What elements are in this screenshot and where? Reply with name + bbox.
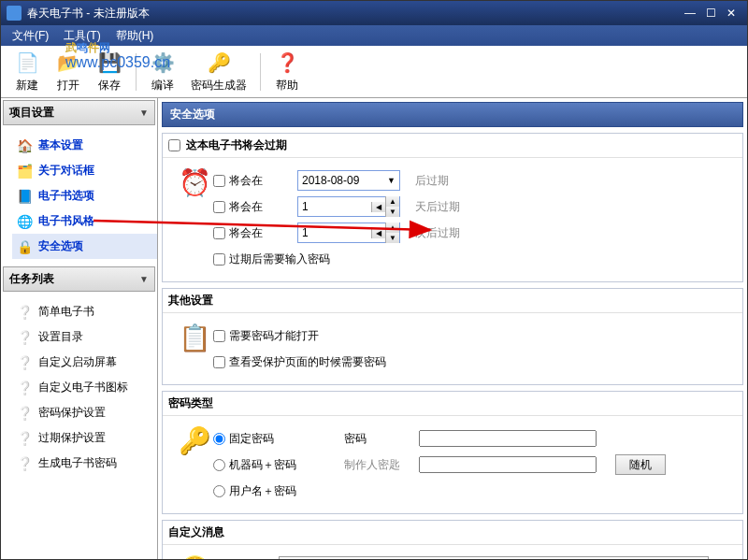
toolbar: 📄 新建 📂 打开 💾 保存 ⚙️ 编译 🔑 密码生成器 ❓ 帮助 (1, 46, 747, 98)
compile-button[interactable]: ⚙️ 编译 (142, 46, 183, 97)
sidebar-item-basic[interactable]: 🏠基本设置 (12, 133, 157, 158)
expire-days-checkbox[interactable] (213, 201, 225, 213)
help-circle-icon: ❔ (16, 305, 33, 320)
new-icon: 📄 (14, 50, 40, 76)
content-panel: 安全选项 这本电子书将会过期 ⏰ 将会在 2018-08-09 ▼ (158, 98, 747, 559)
task-set-toc[interactable]: ❔设置目录 (12, 324, 157, 350)
save-button[interactable]: 💾 保存 (89, 46, 130, 97)
pwtype-header: 密码类型 (163, 392, 742, 416)
spin-up[interactable]: ▲ (385, 223, 399, 233)
expire-date-field[interactable]: 2018-08-09 ▼ (297, 170, 400, 191)
task-splash[interactable]: ❔自定义启动屏幕 (12, 350, 157, 375)
other-header: 其他设置 (163, 289, 742, 313)
expire-times-spinner[interactable]: 1 ◀ ▲▼ (297, 223, 400, 243)
random-button[interactable]: 随机 (615, 454, 666, 475)
sidebar-item-style[interactable]: 🌐电子书风格 (12, 208, 157, 234)
minimize-button[interactable]: — (680, 7, 700, 20)
expire-enable-checkbox[interactable] (168, 139, 180, 151)
menu-tools[interactable]: 工具(T) (56, 26, 108, 46)
help-circle-icon: ❔ (16, 355, 33, 370)
help-circle-icon: ❔ (16, 381, 33, 395)
expire-header: 这本电子书将会过期 (163, 134, 742, 158)
help-circle-icon: ❔ (16, 406, 33, 421)
clock-icon: ⏰ (176, 165, 213, 274)
chevron-up-icon: ▼ (139, 274, 149, 284)
help-icon: ❓ (274, 50, 300, 76)
expire-times-checkbox[interactable] (213, 227, 225, 239)
password-input[interactable] (419, 430, 597, 447)
panel-title: 安全选项 (162, 102, 743, 127)
spin-left[interactable]: ◀ (371, 202, 385, 212)
key-label: 制作人密匙 (344, 457, 419, 473)
sidebar-item-security[interactable]: 🔒安全选项 (12, 234, 157, 259)
task-icon[interactable]: ❔自定义电子书图标 (12, 375, 157, 400)
help-button[interactable]: ❓ 帮助 (266, 46, 308, 97)
dialog-icon: 🗂️ (16, 164, 33, 179)
window-title: 春天电子书 - 未注册版本 (27, 6, 680, 22)
help-circle-icon: ❔ (16, 456, 33, 471)
expire-days-spinner[interactable]: 1 ◀ ▲▼ (297, 196, 400, 217)
checklist-icon: 📋 (176, 321, 213, 377)
spin-down[interactable]: ▼ (385, 207, 399, 217)
pwtype-fixed-radio[interactable] (213, 433, 225, 445)
main-area: 项目设置 ▼ 🏠基本设置 🗂️关于对话框 📘电子书选项 🌐电子书风格 🔒安全选项… (1, 98, 747, 559)
key-icon: 🔑 (176, 424, 213, 506)
open-button[interactable]: 📂 打开 (48, 46, 89, 97)
spin-up[interactable]: ▲ (385, 196, 399, 207)
other-group: 其他设置 📋 需要密码才能打开 查看受保护页面的时候需要密码 (162, 288, 743, 385)
project-settings-list: 🏠基本设置 🗂️关于对话框 📘电子书选项 🌐电子书风格 🔒安全选项 (1, 127, 157, 265)
open-icon: 📂 (55, 50, 81, 76)
needpw-view-checkbox[interactable] (213, 356, 225, 368)
chevron-up-icon: ▼ (139, 108, 149, 118)
pwtype-machine-radio[interactable] (213, 459, 225, 471)
app-icon (7, 6, 22, 21)
sidebar-item-about[interactable]: 🗂️关于对话框 (12, 158, 157, 183)
book-icon: 📘 (16, 189, 33, 204)
task-password[interactable]: ❔密码保护设置 (12, 400, 157, 425)
task-list-header[interactable]: 任务列表 ▼ (3, 266, 155, 292)
pwtype-user-radio[interactable] (213, 485, 225, 497)
globe-icon: 🌐 (16, 214, 33, 229)
key-icon: 🔑 (206, 50, 232, 76)
menu-file[interactable]: 文件(F) (5, 26, 56, 46)
pwtype-group: 密码类型 🔑 固定密码 密码 机器码＋密码 制作人密匙 随机 (162, 391, 743, 514)
maker-key-input[interactable] (419, 456, 597, 473)
help-circle-icon: ❔ (16, 330, 33, 345)
spin-down[interactable]: ▼ (385, 233, 399, 243)
compile-icon: ⚙️ (150, 50, 176, 76)
separator (260, 53, 261, 91)
titlebar: 春天电子书 - 未注册版本 — ☐ ✕ (1, 1, 747, 25)
lock-icon: 🔒 (16, 239, 33, 254)
expire-date-checkbox[interactable] (213, 175, 225, 187)
custom-header: 自定义消息 (163, 521, 742, 545)
save-icon: 💾 (96, 50, 122, 76)
separator (136, 53, 137, 91)
close-button[interactable]: ✕ (721, 7, 741, 20)
task-genpass[interactable]: ❔生成电子书密码 (12, 451, 157, 476)
menubar: 文件(F) 工具(T) 帮助(H) (1, 25, 747, 46)
sidebar: 项目设置 ▼ 🏠基本设置 🗂️关于对话框 📘电子书选项 🌐电子书风格 🔒安全选项… (1, 98, 158, 559)
project-settings-header[interactable]: 项目设置 ▼ (3, 100, 155, 125)
passgen-button[interactable]: 🔑 密码生成器 (183, 46, 254, 97)
buy-info-textarea[interactable] (279, 556, 709, 559)
custom-group: 自定义消息 🪙 购买信息 购买连接 (162, 520, 743, 559)
expire-needpw-checkbox[interactable] (213, 253, 225, 266)
coins-icon: 🪙 (176, 553, 213, 559)
help-circle-icon: ❔ (16, 431, 33, 446)
menu-help[interactable]: 帮助(H) (108, 26, 162, 46)
password-label: 密码 (344, 431, 419, 447)
task-list: ❔简单电子书 ❔设置目录 ❔自定义启动屏幕 ❔自定义电子书图标 ❔密码保护设置 … (1, 294, 157, 481)
sidebar-item-options[interactable]: 📘电子书选项 (12, 183, 157, 208)
needpw-open-checkbox[interactable] (213, 330, 225, 342)
new-button[interactable]: 📄 新建 (7, 46, 48, 97)
task-simple-ebook[interactable]: ❔简单电子书 (12, 299, 157, 324)
expire-group: 这本电子书将会过期 ⏰ 将会在 2018-08-09 ▼ 后过期 (162, 133, 743, 282)
home-icon: 🏠 (16, 138, 33, 153)
task-expire[interactable]: ❔过期保护设置 (12, 425, 157, 451)
dropdown-icon: ▼ (387, 176, 396, 185)
spin-left[interactable]: ◀ (371, 228, 385, 238)
maximize-button[interactable]: ☐ (700, 7, 721, 20)
